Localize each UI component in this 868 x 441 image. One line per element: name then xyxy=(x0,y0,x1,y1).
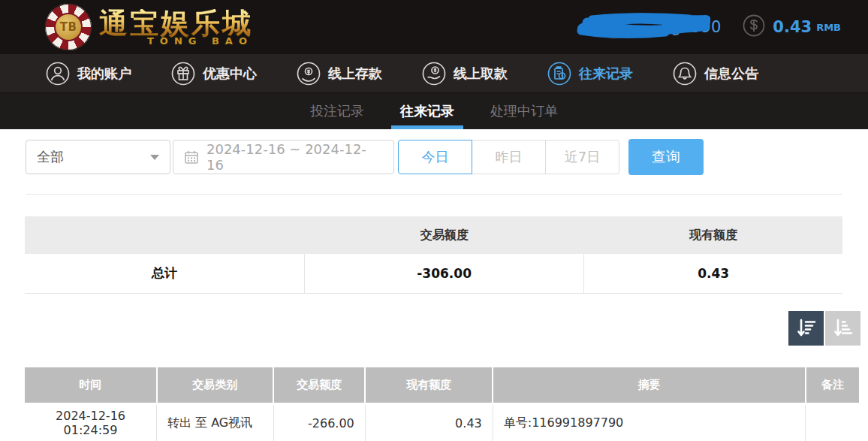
col-header-time: 时间 xyxy=(25,367,157,404)
summary-table: 交易额度 现有额度 总计 -306.00 0.43 xyxy=(25,216,842,294)
quick-date-buttons: 今日 昨日 近7日 xyxy=(398,140,619,174)
header-right: ng8590 0.43 RMB xyxy=(577,11,841,44)
records-header-row: 时间 交易类别 交易额度 现有额度 摘要 备注 xyxy=(25,367,859,404)
redaction-scribble xyxy=(577,12,710,41)
record-amount: -266.00 xyxy=(273,404,365,441)
record-time: 2024-12-16 01:24:59 xyxy=(25,404,157,441)
dollar-coin-icon xyxy=(742,14,766,41)
poker-chip-logo-icon: TB xyxy=(45,4,92,50)
nav-item-withdraw[interactable]: 线上取款 xyxy=(421,61,508,86)
col-header-balance: 现有额度 xyxy=(365,367,493,404)
logo-text: 通宝娱乐城 TONG BAO xyxy=(99,9,253,46)
sort-descending-icon xyxy=(796,318,817,339)
records-table: 时间 交易类别 交易额度 现有额度 摘要 备注 2024-12-16 01:24… xyxy=(25,367,859,441)
yesterday-button[interactable]: 昨日 xyxy=(472,140,546,174)
records-icon xyxy=(547,61,572,86)
summary-total-row: 总计 -306.00 0.43 xyxy=(25,254,842,293)
dropdown-value: 全部 xyxy=(37,148,64,166)
tab-betting-records[interactable]: 投注记录 xyxy=(309,93,366,129)
sort-controls xyxy=(0,311,860,346)
record-balance: 0.43 xyxy=(365,404,493,441)
nav-item-transaction-records[interactable]: 往来记录 xyxy=(547,61,633,86)
summary-header-blank xyxy=(25,216,304,254)
summary-header-amount: 交易额度 xyxy=(304,216,583,254)
col-header-amount: 交易额度 xyxy=(273,367,365,404)
query-button[interactable]: 查询 xyxy=(628,139,704,175)
date-range-value: 2024-12-16 ~ 2024-12-16 xyxy=(206,141,383,173)
record-note xyxy=(806,404,859,441)
withdraw-icon xyxy=(421,61,447,86)
nav-label: 我的账户 xyxy=(77,65,131,83)
nav-label: 线上存款 xyxy=(328,65,382,83)
balance-display: 0.43 RMB xyxy=(742,14,841,41)
record-type: 转出 至 AG视讯 xyxy=(157,404,274,441)
record-summary: 单号:116991897790 xyxy=(493,404,806,441)
balance-currency: RMB xyxy=(816,22,841,33)
col-header-note: 备注 xyxy=(806,367,859,404)
tab-pending-orders[interactable]: 处理中订单 xyxy=(489,93,559,129)
summary-total-balance: 0.43 xyxy=(584,254,842,293)
nav-label: 优惠中心 xyxy=(203,65,257,83)
table-row: 2024-12-16 01:24:59 转出 至 AG视讯 -266.00 0.… xyxy=(25,404,859,441)
site-title: 通宝娱乐城 xyxy=(99,9,253,38)
calendar-icon xyxy=(184,150,199,165)
nav-label: 信息公告 xyxy=(704,65,758,83)
date-range-input[interactable]: 2024-12-16 ~ 2024-12-16 xyxy=(173,140,394,174)
col-header-summary: 摘要 xyxy=(493,367,806,404)
today-button[interactable]: 今日 xyxy=(398,140,472,174)
tab-transaction-records[interactable]: 往来记录 xyxy=(399,93,456,129)
sort-ascending-icon xyxy=(833,318,854,339)
user-area: ng8590 xyxy=(577,11,721,44)
summary-header-balance: 现有额度 xyxy=(584,216,842,254)
chevron-down-icon xyxy=(150,155,159,160)
sort-descending-button[interactable] xyxy=(788,311,824,346)
nav-item-my-account[interactable]: 我的账户 xyxy=(45,61,131,86)
summary-total-label: 总计 xyxy=(25,254,304,293)
summary-total-amount: -306.00 xyxy=(304,254,583,293)
main-nav: 我的账户 优惠中心 线上存款 线上取款 xyxy=(0,54,868,93)
balance-amount: 0.43 xyxy=(773,18,812,36)
nav-item-deposit[interactable]: 线上存款 xyxy=(296,61,382,86)
sort-ascending-button[interactable] xyxy=(825,311,860,346)
chip-monogram: TB xyxy=(54,13,83,41)
transaction-type-dropdown[interactable]: 全部 xyxy=(26,140,170,174)
deposit-icon xyxy=(296,61,321,86)
bell-icon xyxy=(672,61,698,86)
top-header: TB 通宝娱乐城 TONG BAO ng8590 xyxy=(0,0,868,54)
col-header-type: 交易类别 xyxy=(157,367,274,404)
site-subtitle: TONG BAO xyxy=(147,36,253,46)
nav-item-announcements[interactable]: 信息公告 xyxy=(672,61,758,86)
nav-label: 线上取款 xyxy=(454,65,508,83)
filter-row: 全部 2024-12-16 ~ 2024-12-16 今日 昨日 近 xyxy=(26,140,868,174)
nav-item-promotions[interactable]: 优惠中心 xyxy=(170,61,257,86)
sub-nav: 投注记录 往来记录 处理中订单 xyxy=(0,93,868,129)
user-account-icon xyxy=(45,61,71,86)
summary-header-row: 交易额度 现有额度 xyxy=(25,216,842,254)
site-logo[interactable]: TB 通宝娱乐城 TONG BAO xyxy=(45,4,253,50)
nav-label: 往来记录 xyxy=(579,65,633,83)
divider xyxy=(26,194,842,195)
gift-icon xyxy=(170,61,196,86)
last-7-days-button[interactable]: 近7日 xyxy=(545,140,619,174)
content-area: 全部 2024-12-16 ~ 2024-12-16 今日 昨日 近 xyxy=(0,140,868,441)
